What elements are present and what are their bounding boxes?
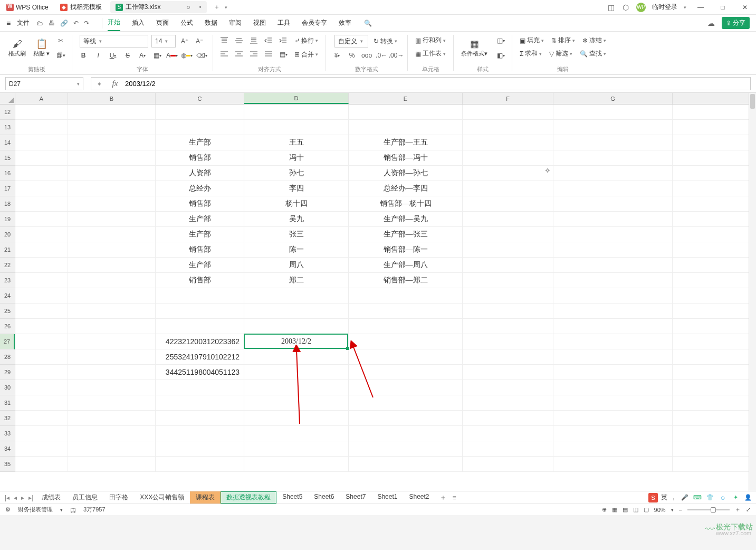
- row-header-14[interactable]: 14: [0, 135, 15, 150]
- cell-A25[interactable]: [15, 304, 68, 318]
- spreadsheet-grid[interactable]: 1213141516171819202122232425262728293031…: [0, 93, 756, 491]
- row-header-35[interactable]: 35: [0, 457, 15, 472]
- col-header-D[interactable]: D: [244, 93, 349, 104]
- cell-A13[interactable]: [15, 120, 68, 135]
- file-menu[interactable]: 文件: [14, 18, 33, 27]
- col-header-G[interactable]: G: [553, 93, 673, 104]
- sheet-next-icon[interactable]: ▸: [20, 494, 26, 501]
- tab-data[interactable]: 数据: [205, 15, 217, 31]
- align-right-icon[interactable]: [248, 49, 260, 60]
- cell-B18[interactable]: [68, 196, 156, 211]
- new-tab-button[interactable]: ＋: [211, 2, 223, 13]
- vertical-scrollbar[interactable]: [749, 93, 756, 491]
- increase-font-icon[interactable]: A⁺: [179, 35, 190, 47]
- format-painter-button[interactable]: 🖌格式刷: [6, 38, 28, 59]
- cell-G34[interactable]: [553, 441, 673, 456]
- wrap-text-button[interactable]: ⤶ 换行▾: [292, 35, 320, 46]
- target-icon[interactable]: ⌖: [91, 80, 107, 88]
- cell-D17[interactable]: 李四: [244, 181, 349, 196]
- tab-tools[interactable]: 工具: [277, 15, 290, 31]
- tab-page[interactable]: 页面: [156, 15, 169, 31]
- maximize-button[interactable]: □: [715, 0, 731, 15]
- select-all-corner[interactable]: [0, 93, 15, 105]
- cell-B32[interactable]: [68, 411, 156, 425]
- ime-lang[interactable]: 英: [661, 493, 667, 502]
- font-more-button[interactable]: A▾: [137, 50, 148, 61]
- indent-dec-icon[interactable]: [263, 35, 274, 46]
- cell-G32[interactable]: [553, 411, 673, 425]
- view-custom-icon[interactable]: ▢: [644, 506, 649, 513]
- cell-D29[interactable]: [244, 365, 349, 380]
- cell-E14[interactable]: 生产部—王五: [349, 135, 463, 150]
- cell-E12[interactable]: [349, 105, 463, 119]
- clear-format-button[interactable]: ⌫▾: [196, 50, 207, 61]
- cell-C22[interactable]: 生产部: [156, 258, 244, 272]
- percent-icon[interactable]: %: [346, 50, 358, 61]
- fullscreen-icon[interactable]: ⤢: [746, 506, 751, 513]
- cell-B13[interactable]: [68, 120, 156, 135]
- cell-B35[interactable]: [68, 457, 156, 471]
- cell-D31[interactable]: [244, 395, 349, 410]
- align-left-icon[interactable]: [218, 49, 230, 60]
- cell-C28[interactable]: 255324197910102212: [156, 349, 244, 364]
- cell-G18[interactable]: [553, 196, 673, 211]
- col-header-E[interactable]: E: [349, 93, 463, 104]
- cell-B20[interactable]: [68, 227, 156, 242]
- row-header-32[interactable]: 32: [0, 411, 15, 426]
- cell-B27[interactable]: [68, 334, 156, 349]
- cell-F27[interactable]: [463, 334, 553, 349]
- open-icon[interactable]: 🗁: [37, 20, 43, 27]
- sum-button[interactable]: Σ 求和▾: [518, 48, 544, 59]
- cell-D35[interactable]: [244, 457, 349, 471]
- tab-view[interactable]: 视图: [253, 15, 266, 31]
- cell-A26[interactable]: [15, 319, 68, 334]
- hamburger-icon[interactable]: ≡: [6, 19, 11, 27]
- cell-F25[interactable]: [463, 304, 553, 318]
- cell-E18[interactable]: 销售部—杨十四: [349, 196, 463, 211]
- cell-D23[interactable]: 郑二: [244, 273, 349, 288]
- row-header-34[interactable]: 34: [0, 441, 15, 457]
- status-book-icon[interactable]: 🕮: [70, 507, 76, 513]
- sheet-last-icon[interactable]: ▸|: [27, 494, 35, 501]
- cell-D26[interactable]: [244, 319, 349, 334]
- scrollbar-thumb[interactable]: [750, 94, 755, 109]
- orientation-icon[interactable]: ▤▾: [277, 49, 289, 60]
- cell-E20[interactable]: 生产部—张三: [349, 227, 463, 242]
- cell-F30[interactable]: [463, 380, 553, 395]
- sheet-tab[interactable]: 课程表: [190, 491, 221, 504]
- cell-G19[interactable]: [553, 212, 673, 226]
- cell-area[interactable]: 生产部王五生产部—王五销售部冯十销售部—冯十人资部孙七人资部—孙七总经办李四总经…: [15, 105, 749, 472]
- cell-F32[interactable]: [463, 411, 553, 425]
- cell-D33[interactable]: [244, 426, 349, 441]
- view-nav-icon[interactable]: ⊕: [602, 506, 607, 513]
- cell-E21[interactable]: 销售部—陈一: [349, 242, 463, 257]
- increase-decimal-icon[interactable]: .00→: [390, 50, 402, 61]
- cell-G35[interactable]: [553, 457, 673, 471]
- formula-input[interactable]: [123, 80, 750, 88]
- table-style-icon[interactable]: ◫▾: [495, 35, 506, 46]
- cell-G33[interactable]: [553, 426, 673, 441]
- cell-A35[interactable]: [15, 457, 68, 471]
- cell-E30[interactable]: [349, 380, 463, 395]
- ime-user-icon[interactable]: 👤: [743, 493, 753, 502]
- italic-button[interactable]: I: [92, 50, 104, 61]
- cell-D27[interactable]: 2003/12/2: [244, 334, 349, 349]
- row-header-22[interactable]: 22: [0, 258, 15, 273]
- cell-C20[interactable]: 生产部: [156, 227, 244, 242]
- align-center-icon[interactable]: [233, 49, 245, 60]
- view-reading-icon[interactable]: ◫: [633, 506, 638, 513]
- cell-D24[interactable]: [244, 288, 349, 303]
- strike-button[interactable]: S: [122, 50, 133, 61]
- align-middle-icon[interactable]: [233, 35, 245, 46]
- minimize-button[interactable]: —: [693, 0, 709, 15]
- ime-face-icon[interactable]: ☺: [718, 493, 728, 502]
- cell-A12[interactable]: [15, 105, 68, 119]
- cell-D12[interactable]: [244, 105, 349, 119]
- view-page-icon[interactable]: ▤: [623, 506, 628, 513]
- cell-E29[interactable]: [349, 365, 463, 380]
- copy-icon[interactable]: 🗐▾: [55, 50, 66, 61]
- filter-button[interactable]: ▽ 筛选▾: [547, 48, 575, 59]
- ribbon-search-icon[interactable]: 🔍: [364, 20, 372, 27]
- row-header-27[interactable]: 27: [0, 334, 15, 349]
- cell-G21[interactable]: [553, 242, 673, 257]
